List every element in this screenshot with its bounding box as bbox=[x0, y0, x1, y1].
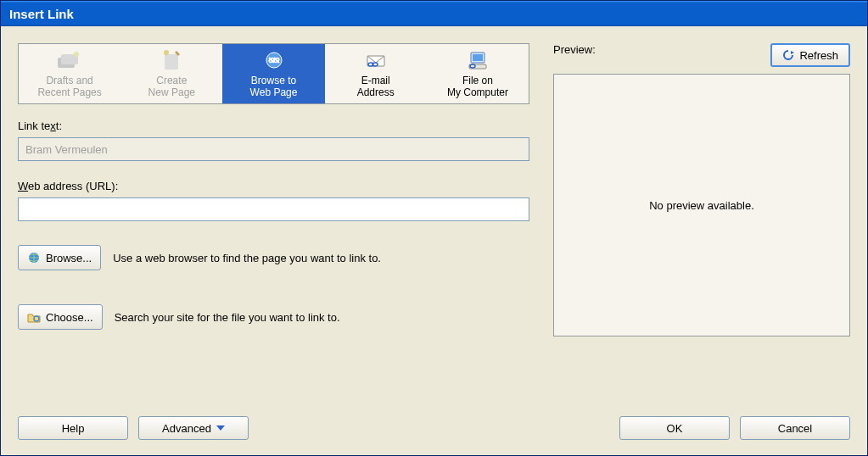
svg-point-2 bbox=[74, 52, 79, 57]
chevron-down-icon bbox=[216, 425, 225, 431]
insert-link-dialog: Insert Link Drafts andRecent Pages Creat… bbox=[0, 0, 868, 456]
right-column: Preview: Refresh No preview available. bbox=[553, 43, 850, 401]
tab-drafts-recent[interactable]: Drafts andRecent Pages bbox=[19, 44, 120, 103]
upper-area: Drafts andRecent Pages CreateNew Page Br… bbox=[18, 43, 850, 401]
link-text-label: Link text: bbox=[18, 120, 529, 132]
svg-rect-13 bbox=[473, 54, 483, 61]
tab-email[interactable]: E-mailAddress bbox=[325, 44, 427, 103]
tab-create-new[interactable]: CreateNew Page bbox=[120, 44, 222, 103]
tab-browse-web[interactable]: Browse toWeb Page bbox=[222, 44, 324, 103]
globe-icon bbox=[27, 251, 41, 264]
refresh-icon bbox=[782, 49, 794, 61]
preview-label: Preview: bbox=[553, 43, 596, 56]
dialog-client: Drafts andRecent Pages CreateNew Page Br… bbox=[1, 26, 867, 455]
email-icon bbox=[362, 49, 389, 71]
link-type-tabs: Drafts andRecent Pages CreateNew Page Br… bbox=[18, 43, 529, 104]
ok-button[interactable]: OK bbox=[619, 416, 730, 440]
refresh-button[interactable]: Refresh bbox=[770, 43, 850, 67]
browse-hint: Use a web browser to find the page you w… bbox=[113, 252, 381, 264]
help-button[interactable]: Help bbox=[18, 416, 128, 440]
browse-button[interactable]: Browse... bbox=[18, 245, 101, 270]
computer-icon bbox=[464, 49, 491, 71]
url-input[interactable] bbox=[18, 197, 529, 221]
svg-marker-18 bbox=[791, 51, 794, 54]
choose-button[interactable]: Choose... bbox=[18, 304, 103, 330]
cancel-button[interactable]: Cancel bbox=[740, 416, 850, 440]
folder-search-icon bbox=[27, 310, 41, 324]
choose-hint: Search your site for the file you want t… bbox=[115, 311, 340, 324]
new-page-icon bbox=[158, 49, 185, 71]
tab-file-computer[interactable]: File onMy Computer bbox=[427, 44, 529, 103]
svg-point-5 bbox=[164, 50, 169, 55]
web-chain-icon bbox=[260, 49, 288, 71]
svg-rect-3 bbox=[165, 54, 178, 70]
drafts-icon bbox=[56, 49, 83, 71]
preview-empty-text: No preview available. bbox=[649, 199, 754, 212]
preview-pane: No preview available. bbox=[553, 74, 850, 336]
left-column: Drafts andRecent Pages CreateNew Page Br… bbox=[18, 43, 529, 401]
window-title: Insert Link bbox=[9, 7, 74, 21]
titlebar: Insert Link bbox=[1, 1, 867, 26]
url-label: Web address (URL): bbox=[18, 180, 529, 192]
advanced-button[interactable]: Advanced bbox=[138, 416, 249, 440]
button-bar: Help Advanced OK Cancel bbox=[18, 401, 850, 440]
link-text-input bbox=[18, 137, 529, 161]
